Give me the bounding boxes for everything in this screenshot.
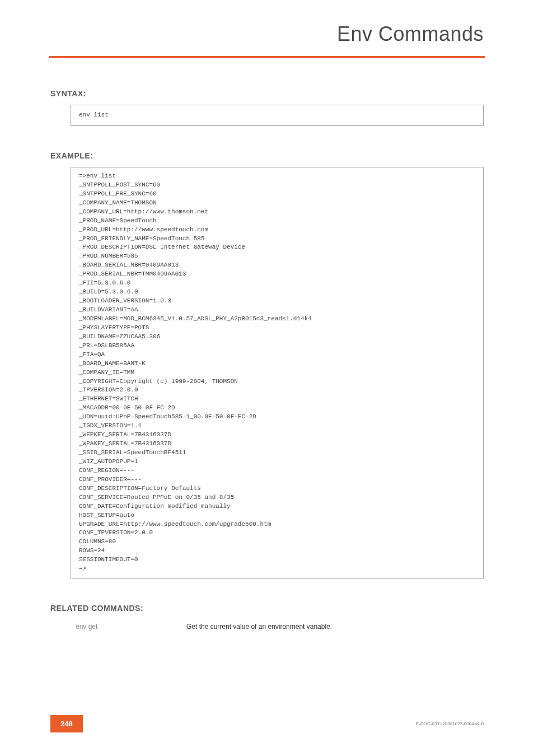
- related-commands-table: env get Get the current value of an envi…: [76, 623, 484, 631]
- page-number: 248: [50, 715, 83, 732]
- page-title: Env Commands: [0, 0, 534, 56]
- syntax-code-box: env list: [71, 105, 484, 126]
- related-row: env get Get the current value of an envi…: [76, 623, 484, 631]
- example-code-box: =>env list _SNTPPOLL_POST_SYNC=60 _SNTPP…: [71, 167, 484, 578]
- example-header: EXAMPLE:: [50, 151, 484, 160]
- syntax-header: SYNTAX:: [50, 89, 484, 98]
- related-command-desc: Get the current value of an environment …: [186, 623, 332, 631]
- related-command-name: env get: [76, 623, 120, 631]
- document-id: E-DOC-CTC-20061027-0004 v1.0: [416, 721, 484, 726]
- content-area: SYNTAX: env list EXAMPLE: =>env list _SN…: [0, 58, 534, 631]
- page-footer: 248 E-DOC-CTC-20061027-0004 v1.0: [0, 715, 534, 732]
- related-header: RELATED COMMANDS:: [50, 604, 484, 613]
